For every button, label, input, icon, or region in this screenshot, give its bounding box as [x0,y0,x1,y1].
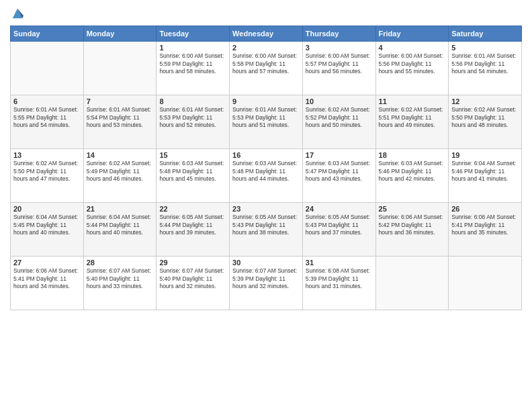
day-info: Sunrise: 6:00 AM Sunset: 5:57 PM Dayligh… [306,52,373,75]
day-number: 26 [451,205,519,213]
logo-text [10,7,24,23]
day-number: 11 [379,97,446,105]
day-info: Sunrise: 6:04 AM Sunset: 5:46 PM Dayligh… [451,160,519,183]
day-info: Sunrise: 6:00 AM Sunset: 5:56 PM Dayligh… [379,52,446,75]
day-number: 27 [13,259,81,267]
day-cell: 6Sunrise: 6:01 AM Sunset: 5:55 PM Daylig… [11,95,84,149]
day-number: 3 [306,44,373,52]
day-number: 6 [13,97,81,105]
day-number: 31 [306,259,373,267]
day-cell: 15Sunrise: 6:03 AM Sunset: 5:48 PM Dayli… [157,149,230,203]
header [10,7,522,20]
day-info: Sunrise: 6:02 AM Sunset: 5:49 PM Dayligh… [87,160,154,183]
day-cell: 21Sunrise: 6:04 AM Sunset: 5:44 PM Dayli… [83,203,157,257]
week-row-5: 27Sunrise: 6:06 AM Sunset: 5:41 PM Dayli… [11,257,522,310]
day-cell: 17Sunrise: 6:03 AM Sunset: 5:47 PM Dayli… [302,149,375,203]
day-info: Sunrise: 6:03 AM Sunset: 5:48 PM Dayligh… [159,160,226,183]
header-cell-thursday: Thursday [302,26,375,42]
day-info: Sunrise: 6:00 AM Sunset: 5:58 PM Dayligh… [232,52,300,75]
day-number: 2 [232,44,300,52]
day-cell: 16Sunrise: 6:03 AM Sunset: 5:48 PM Dayli… [230,149,303,203]
day-number: 23 [232,205,300,213]
day-cell: 28Sunrise: 6:07 AM Sunset: 5:40 PM Dayli… [83,257,157,310]
day-cell [11,42,84,95]
week-row-2: 6Sunrise: 6:01 AM Sunset: 5:55 PM Daylig… [11,95,522,149]
week-row-3: 13Sunrise: 6:02 AM Sunset: 5:50 PM Dayli… [11,149,522,203]
day-info: Sunrise: 6:01 AM Sunset: 5:56 PM Dayligh… [451,52,519,75]
day-number: 20 [13,205,81,213]
day-number: 7 [87,97,154,105]
day-number: 21 [87,205,154,213]
day-number: 16 [232,151,300,159]
day-info: Sunrise: 6:06 AM Sunset: 5:42 PM Dayligh… [379,214,446,236]
day-info: Sunrise: 6:04 AM Sunset: 5:45 PM Dayligh… [13,214,81,236]
day-number: 19 [451,151,519,159]
day-info: Sunrise: 6:06 AM Sunset: 5:41 PM Dayligh… [13,267,81,290]
day-number: 17 [306,151,373,159]
day-cell: 13Sunrise: 6:02 AM Sunset: 5:50 PM Dayli… [11,149,84,203]
day-number: 8 [159,97,226,105]
day-cell: 3Sunrise: 6:00 AM Sunset: 5:57 PM Daylig… [302,42,375,95]
day-number: 25 [379,205,446,213]
day-number: 14 [87,151,154,159]
day-cell: 22Sunrise: 6:05 AM Sunset: 5:44 PM Dayli… [157,203,230,257]
day-info: Sunrise: 6:01 AM Sunset: 5:55 PM Dayligh… [13,106,81,129]
day-info: Sunrise: 6:02 AM Sunset: 5:52 PM Dayligh… [306,106,373,129]
day-number: 4 [379,44,446,52]
day-cell: 11Sunrise: 6:02 AM Sunset: 5:51 PM Dayli… [375,95,449,149]
day-cell: 7Sunrise: 6:01 AM Sunset: 5:54 PM Daylig… [83,95,157,149]
day-number: 10 [306,97,373,105]
week-row-1: 1Sunrise: 6:00 AM Sunset: 5:59 PM Daylig… [11,42,522,95]
day-cell: 10Sunrise: 6:02 AM Sunset: 5:52 PM Dayli… [302,95,375,149]
day-cell [449,257,522,310]
day-info: Sunrise: 6:05 AM Sunset: 5:43 PM Dayligh… [306,214,373,236]
day-info: Sunrise: 6:01 AM Sunset: 5:53 PM Dayligh… [232,106,300,129]
day-info: Sunrise: 6:03 AM Sunset: 5:48 PM Dayligh… [232,160,300,183]
day-cell: 29Sunrise: 6:07 AM Sunset: 5:40 PM Dayli… [157,257,230,310]
day-number: 29 [159,259,226,267]
calendar-container: SundayMondayTuesdayWednesdayThursdayFrid… [0,0,532,411]
day-number: 1 [159,44,226,52]
day-number: 30 [232,259,300,267]
header-cell-wednesday: Wednesday [230,26,303,42]
day-info: Sunrise: 6:04 AM Sunset: 5:44 PM Dayligh… [87,214,154,236]
day-info: Sunrise: 6:02 AM Sunset: 5:50 PM Dayligh… [13,160,81,183]
day-cell: 8Sunrise: 6:01 AM Sunset: 5:53 PM Daylig… [157,95,230,149]
day-cell [83,42,157,95]
day-cell: 24Sunrise: 6:05 AM Sunset: 5:43 PM Dayli… [302,203,375,257]
day-cell: 27Sunrise: 6:06 AM Sunset: 5:41 PM Dayli… [11,257,84,310]
day-number: 9 [232,97,300,105]
header-cell-tuesday: Tuesday [157,26,230,42]
day-number: 5 [451,44,519,52]
day-cell: 26Sunrise: 6:06 AM Sunset: 5:41 PM Dayli… [449,203,522,257]
day-number: 13 [13,151,81,159]
header-row: SundayMondayTuesdayWednesdayThursdayFrid… [11,26,522,42]
day-cell: 25Sunrise: 6:06 AM Sunset: 5:42 PM Dayli… [375,203,449,257]
day-cell: 1Sunrise: 6:00 AM Sunset: 5:59 PM Daylig… [157,42,230,95]
logo [10,7,24,20]
day-info: Sunrise: 6:02 AM Sunset: 5:51 PM Dayligh… [379,106,446,129]
logo-icon [11,7,24,19]
day-number: 22 [159,205,226,213]
day-info: Sunrise: 6:02 AM Sunset: 5:50 PM Dayligh… [451,106,519,129]
week-row-4: 20Sunrise: 6:04 AM Sunset: 5:45 PM Dayli… [11,203,522,257]
day-cell: 19Sunrise: 6:04 AM Sunset: 5:46 PM Dayli… [449,149,522,203]
day-info: Sunrise: 6:08 AM Sunset: 5:39 PM Dayligh… [306,267,373,290]
header-cell-saturday: Saturday [449,26,522,42]
day-cell: 14Sunrise: 6:02 AM Sunset: 5:49 PM Dayli… [83,149,157,203]
day-number: 18 [379,151,446,159]
header-cell-friday: Friday [375,26,449,42]
day-cell: 23Sunrise: 6:05 AM Sunset: 5:43 PM Dayli… [230,203,303,257]
day-info: Sunrise: 6:07 AM Sunset: 5:40 PM Dayligh… [159,267,226,290]
header-cell-sunday: Sunday [11,26,84,42]
day-number: 12 [451,97,519,105]
day-info: Sunrise: 6:01 AM Sunset: 5:54 PM Dayligh… [87,106,154,129]
day-number: 24 [306,205,373,213]
day-info: Sunrise: 6:03 AM Sunset: 5:46 PM Dayligh… [379,160,446,183]
day-cell [375,257,449,310]
day-info: Sunrise: 6:05 AM Sunset: 5:43 PM Dayligh… [232,214,300,236]
day-number: 28 [87,259,154,267]
day-cell: 18Sunrise: 6:03 AM Sunset: 5:46 PM Dayli… [375,149,449,203]
day-cell: 12Sunrise: 6:02 AM Sunset: 5:50 PM Dayli… [449,95,522,149]
day-info: Sunrise: 6:05 AM Sunset: 5:44 PM Dayligh… [159,214,226,236]
